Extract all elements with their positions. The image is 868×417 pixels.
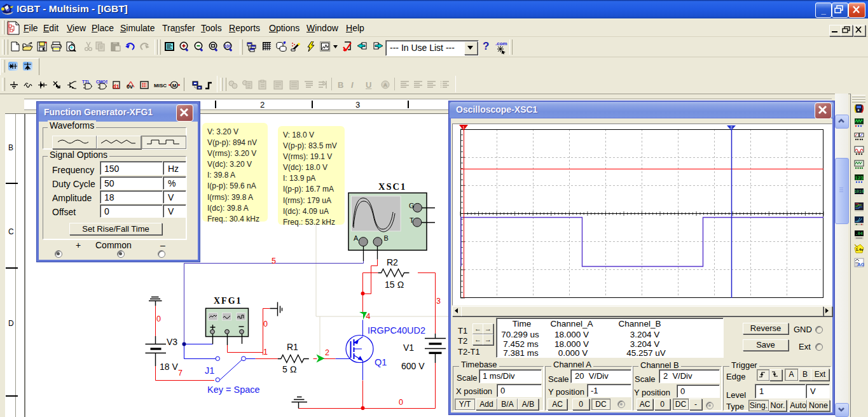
svg-text:A: A xyxy=(383,82,387,88)
svg-text:IRGPC40UD2: IRGPC40UD2 xyxy=(368,325,425,336)
svg-text:R2: R2 xyxy=(387,257,398,267)
svg-text:J1: J1 xyxy=(205,365,214,376)
svg-text:1.4v: 1.4v xyxy=(856,248,864,251)
svg-text:XFG1: XFG1 xyxy=(214,296,242,306)
svg-text:Key = Space: Key = Space xyxy=(207,385,260,395)
svg-text:18 V: 18 V xyxy=(160,362,178,372)
svg-text:5 Ω: 5 Ω xyxy=(282,364,297,374)
svg-text:R1: R1 xyxy=(287,342,298,352)
svg-text:600 V: 600 V xyxy=(401,361,425,371)
svg-text:5: 5 xyxy=(272,257,276,265)
svg-text:1010: 1010 xyxy=(854,190,864,194)
svg-text:M: M xyxy=(172,83,177,88)
svg-text:0: 0 xyxy=(156,315,161,323)
svg-text:G: G xyxy=(409,202,415,209)
svg-text:0: 0 xyxy=(263,320,268,329)
svg-text:.04: .04 xyxy=(855,232,863,236)
svg-text:7: 7 xyxy=(178,369,183,378)
svg-text:4: 4 xyxy=(366,312,371,321)
svg-text:V3: V3 xyxy=(167,337,177,347)
svg-text:0v: 0v xyxy=(127,83,133,89)
svg-text:A: A xyxy=(354,234,359,242)
svg-text:100: 100 xyxy=(224,44,231,48)
svg-text:XSC1: XSC1 xyxy=(378,181,406,192)
svg-text:Q1: Q1 xyxy=(375,357,387,367)
svg-text:d1: d1 xyxy=(113,83,120,89)
svg-text:1: 1 xyxy=(263,348,268,357)
svg-text:V1: V1 xyxy=(403,343,414,353)
svg-text:0: 0 xyxy=(399,398,403,407)
svg-text:123: 123 xyxy=(855,176,864,181)
svg-text:B: B xyxy=(384,234,389,242)
svg-text:15 Ω: 15 Ω xyxy=(385,279,404,290)
svg-text:T: T xyxy=(410,216,414,224)
svg-text:3: 3 xyxy=(436,297,441,306)
svg-text:2: 2 xyxy=(325,348,329,357)
svg-text:AG: AG xyxy=(857,262,864,267)
